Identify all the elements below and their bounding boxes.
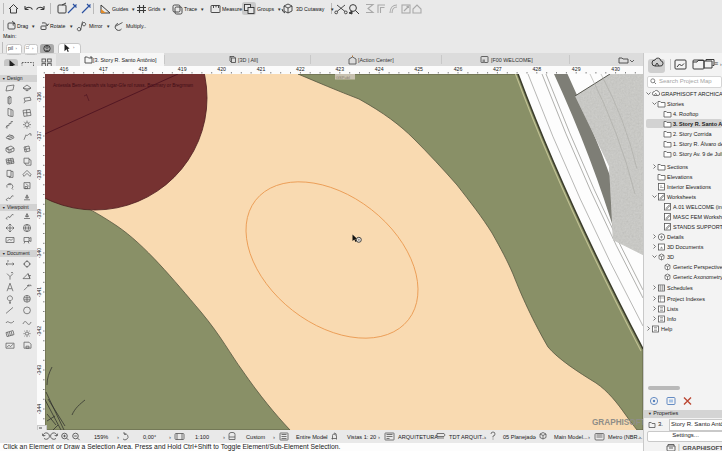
svg-text:Entire Model: Entire Model: [296, 434, 327, 440]
svg-text:159%: 159%: [94, 434, 108, 440]
svg-text:425: 425: [414, 66, 423, 72]
svg-text:430: 430: [611, 66, 620, 72]
svg-text:-338: -338: [37, 170, 42, 180]
svg-text:423: 423: [335, 66, 344, 72]
svg-text:›: ›: [378, 434, 380, 440]
svg-text:GSPubl: GSPubl: [336, 75, 350, 80]
svg-text:422: 422: [296, 66, 305, 72]
svg-text:426: 426: [454, 66, 463, 72]
svg-text:-336: -336: [37, 92, 42, 102]
svg-text:416: 416: [60, 66, 69, 72]
svg-text:›: ›: [534, 434, 536, 440]
svg-text:429: 429: [572, 66, 581, 72]
svg-text:417: 417: [99, 66, 108, 72]
svg-text:05 Planejado: 05 Planejado: [503, 434, 536, 440]
svg-text:-342: -342: [37, 326, 42, 336]
svg-text:418: 418: [138, 66, 147, 72]
svg-text:›: ›: [117, 434, 119, 440]
svg-text:-343: -343: [37, 365, 42, 375]
svg-text:-339: -339: [37, 209, 42, 219]
svg-text:Custom: Custom: [246, 434, 266, 440]
svg-text:Vistas 1: 20: Vistas 1: 20: [347, 434, 376, 440]
svg-text:GRAPHISOFT: GRAPHISOFT: [592, 418, 643, 427]
svg-text:›: ›: [639, 434, 641, 440]
svg-text:-340: -340: [37, 248, 42, 258]
svg-text:›: ›: [169, 434, 171, 440]
svg-text:Metro (NBR...: Metro (NBR...: [608, 434, 643, 440]
svg-text:Main Model...: Main Model...: [554, 434, 588, 440]
svg-text:›: ›: [588, 434, 590, 440]
svg-text:›: ›: [325, 434, 327, 440]
svg-text:427: 427: [493, 66, 502, 72]
svg-text:-337: -337: [37, 131, 42, 141]
svg-text:-344: -344: [37, 404, 42, 414]
svg-text:1:100: 1:100: [195, 434, 209, 440]
svg-text:TDT ARQUIT...: TDT ARQUIT...: [449, 434, 487, 440]
svg-text:-341: -341: [37, 287, 42, 297]
svg-text:Antessla Bem-desnwh vis lugar-: Antessla Bem-desnwh vis lugar-Gfe rol ru…: [53, 83, 194, 88]
svg-text:›: ›: [273, 434, 275, 440]
svg-text:›: ›: [431, 434, 433, 440]
svg-text:›: ›: [484, 434, 486, 440]
svg-text:424: 424: [375, 66, 384, 72]
svg-text:419: 419: [178, 66, 187, 72]
svg-text:0,00°: 0,00°: [143, 434, 156, 440]
svg-text:428: 428: [532, 66, 541, 72]
svg-text:420: 420: [217, 66, 226, 72]
svg-text:421: 421: [257, 66, 266, 72]
svg-text:›: ›: [223, 434, 225, 440]
